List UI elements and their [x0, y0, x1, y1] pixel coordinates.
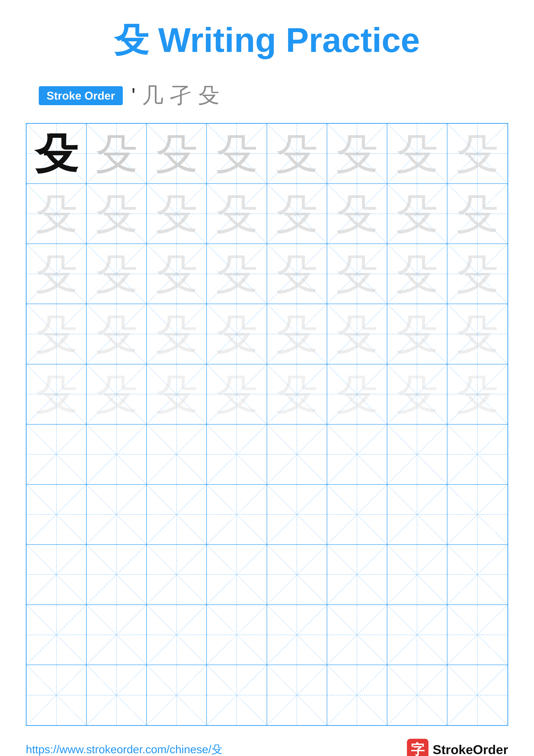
grid-cell[interactable]: 殳 [267, 124, 327, 184]
grid-cell[interactable]: 殳 [207, 364, 267, 424]
grid-cell[interactable]: 殳 [147, 304, 207, 364]
grid-cell[interactable] [27, 424, 87, 485]
grid-cell[interactable]: 殳 [207, 244, 267, 304]
grid-cell[interactable]: 殳 [207, 184, 267, 244]
cell-character: 殳 [95, 192, 138, 235]
grid-cell[interactable] [87, 485, 147, 545]
grid-cell[interactable]: 殳 [267, 304, 327, 364]
grid-cell[interactable]: 殳 [207, 124, 267, 184]
cell-character: 殳 [155, 373, 198, 416]
grid-cell[interactable]: 殳 [27, 244, 87, 304]
grid-cell[interactable] [147, 545, 207, 605]
cell-character: 殳 [395, 373, 439, 416]
grid-cell[interactable] [447, 665, 507, 725]
grid-cell[interactable] [207, 424, 267, 485]
grid-cell[interactable]: 殳 [387, 364, 447, 424]
grid-cell[interactable]: 殳 [27, 304, 87, 364]
cell-guides [27, 605, 86, 664]
footer-url[interactable]: https://www.strokeorder.com/chinese/殳 [26, 742, 222, 756]
grid-cell[interactable] [447, 424, 507, 485]
cell-guides [447, 545, 507, 605]
cell-character: 殳 [456, 373, 499, 416]
grid-cell[interactable] [87, 424, 147, 485]
grid-cell[interactable] [387, 424, 447, 485]
grid-cell[interactable] [267, 485, 327, 545]
grid-cell[interactable] [207, 665, 267, 725]
grid-cell[interactable] [267, 424, 327, 485]
grid-cell[interactable]: 殳 [147, 364, 207, 424]
grid-cell[interactable]: 殳 [207, 304, 267, 364]
grid-cell[interactable] [207, 545, 267, 605]
grid-cell[interactable] [387, 665, 447, 725]
grid-cell[interactable] [327, 545, 387, 605]
grid-cell[interactable] [327, 605, 387, 665]
grid-cell[interactable] [207, 485, 267, 545]
grid-cell[interactable] [147, 424, 207, 485]
grid-cell[interactable] [147, 665, 207, 725]
grid-cell[interactable] [147, 605, 207, 665]
grid-cell[interactable]: 殳 [387, 124, 447, 184]
grid-cell[interactable]: 殳 [447, 364, 507, 424]
grid-cell[interactable] [447, 545, 507, 605]
grid-cell[interactable] [27, 605, 87, 665]
grid-cell[interactable] [207, 605, 267, 665]
grid-cell[interactable] [387, 485, 447, 545]
cell-character: 殳 [95, 312, 138, 356]
grid-cell[interactable]: 殳 [447, 124, 507, 184]
grid-cell[interactable] [327, 485, 387, 545]
cell-guides [147, 665, 206, 725]
grid-cell[interactable]: 殳 [267, 244, 327, 304]
grid-cell[interactable] [87, 665, 147, 725]
grid-cell[interactable] [27, 665, 87, 725]
grid-cell[interactable]: 殳 [327, 244, 387, 304]
cell-character: 殳 [395, 132, 439, 175]
page-title: 殳 Writing Practice [114, 17, 420, 64]
grid-cell[interactable] [267, 605, 327, 665]
grid-cell[interactable]: 殳 [27, 124, 87, 184]
cell-guides [87, 605, 146, 664]
grid-cell[interactable]: 殳 [147, 184, 207, 244]
grid-cell[interactable]: 殳 [387, 244, 447, 304]
grid-cell[interactable]: 殳 [447, 304, 507, 364]
grid-cell[interactable] [387, 545, 447, 605]
grid-cell[interactable]: 殳 [327, 304, 387, 364]
grid-cell[interactable]: 殳 [147, 124, 207, 184]
cell-character: 殳 [456, 252, 499, 295]
grid-cell[interactable] [87, 545, 147, 605]
grid-cell[interactable]: 殳 [267, 184, 327, 244]
stroke-order-row: Stroke Order ' 几 孑 殳 [39, 81, 219, 110]
cell-character: 殳 [95, 252, 138, 295]
grid-cell[interactable]: 殳 [87, 244, 147, 304]
cell-guides [327, 665, 387, 725]
cell-guides [207, 545, 267, 605]
grid-cell[interactable]: 殳 [447, 184, 507, 244]
grid-cell[interactable]: 殳 [267, 364, 327, 424]
stroke-char-2: 几 [142, 81, 164, 110]
grid-cell[interactable]: 殳 [87, 364, 147, 424]
grid-cell[interactable] [147, 485, 207, 545]
grid-cell[interactable]: 殳 [87, 304, 147, 364]
grid-cell[interactable] [447, 485, 507, 545]
grid-cell[interactable]: 殳 [327, 124, 387, 184]
grid-cell[interactable]: 殳 [147, 244, 207, 304]
grid-cell[interactable] [267, 545, 327, 605]
grid-cell[interactable] [327, 665, 387, 725]
grid-cell[interactable]: 殳 [27, 184, 87, 244]
grid-cell[interactable]: 殳 [387, 184, 447, 244]
grid-cell[interactable] [387, 605, 447, 665]
grid-cell[interactable] [267, 665, 327, 725]
grid-cell[interactable]: 殳 [87, 184, 147, 244]
grid-cell[interactable]: 殳 [447, 244, 507, 304]
grid-cell[interactable]: 殳 [87, 124, 147, 184]
footer-brand: 字 StrokeOrder [407, 739, 508, 756]
grid-cell[interactable]: 殳 [327, 184, 387, 244]
grid-cell[interactable] [27, 485, 87, 545]
grid-cell[interactable]: 殳 [27, 364, 87, 424]
grid-cell[interactable]: 殳 [327, 364, 387, 424]
cell-guides [147, 545, 206, 605]
grid-cell[interactable] [87, 605, 147, 665]
grid-cell[interactable] [27, 545, 87, 605]
grid-cell[interactable]: 殳 [387, 304, 447, 364]
grid-cell[interactable] [327, 424, 387, 485]
grid-cell[interactable] [447, 605, 507, 665]
